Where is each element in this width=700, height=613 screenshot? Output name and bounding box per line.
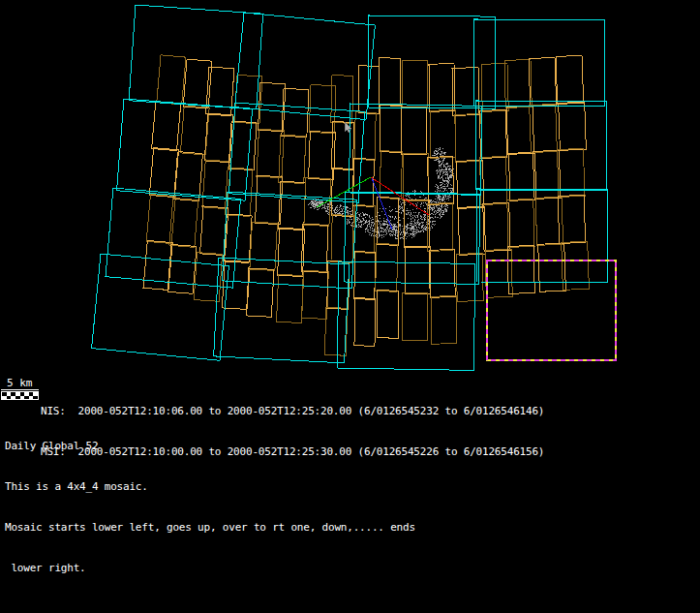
nis-footprint-column: [139, 55, 189, 291]
caption-order-line1: Mosaic starts lower left, goes up, over …: [5, 521, 415, 535]
nis-footprint: [376, 244, 397, 291]
nis-footprint: [224, 214, 252, 262]
nis-footprint: [479, 110, 506, 159]
nis-footprint: [354, 252, 376, 299]
nis-footprint: [455, 114, 482, 162]
nis-footprint-column: [166, 59, 213, 294]
nis-footprint-column: [273, 88, 312, 322]
mosaic-end-frame: [487, 261, 616, 360]
scale-bar-underline: [1, 389, 39, 390]
nis-footprint: [507, 199, 534, 248]
nis-footprint: [430, 250, 455, 297]
nis-footprint: [302, 270, 329, 319]
nis-footprint: [246, 268, 274, 317]
nis-footprint: [529, 58, 557, 107]
nis-footprint: [405, 246, 430, 293]
nis-footprint: [429, 64, 454, 111]
caption-mosaic-type: This is a 4x4_4 mosaic.: [5, 480, 415, 494]
nis-footprint: [255, 175, 283, 224]
nis-footprint: [556, 55, 584, 104]
footprint-plot: [0, 0, 700, 378]
nis-footprint: [309, 132, 336, 180]
scale-bar-label: 5 km: [7, 377, 33, 389]
nis-footprint: [380, 58, 401, 106]
nis-footprint: [377, 291, 398, 338]
nis-footprint: [380, 151, 402, 199]
mosaic-caption: Daily Global 52 This is a 4x4_4 mosaic. …: [5, 413, 415, 602]
nis-footprint: [301, 224, 328, 272]
msi-frame-outline: [92, 254, 229, 360]
scale-bar-checker: [1, 391, 39, 400]
nis-footprint: [459, 207, 486, 255]
nis-footprint-column: [553, 55, 591, 290]
nis-footprint: [354, 298, 376, 346]
nis-footprint: [431, 296, 456, 344]
nis-footprint: [331, 215, 353, 263]
nis-footprint: [324, 308, 347, 356]
nis-footprint-column: [246, 82, 288, 317]
nis-footprint: [206, 67, 234, 116]
nis-footprint: [402, 60, 427, 107]
nis-footprint: [483, 203, 510, 252]
nis-footprint: [559, 102, 587, 150]
nis-footprint: [401, 107, 426, 154]
nis-footprint: [250, 222, 278, 270]
nis-footprint: [276, 274, 303, 322]
msi-frame-outline: [349, 104, 482, 195]
caption-title: Daily Global 52: [5, 440, 415, 453]
nis-footprint: [278, 228, 305, 276]
nis-footprint: [222, 261, 250, 309]
nis-footprint: [509, 153, 536, 201]
msi-frame-outline: [476, 101, 607, 190]
nis-footprint: [152, 102, 181, 151]
nis-footprint: [204, 113, 232, 163]
msi-frame-outline: [474, 19, 605, 106]
nis-footprint-column: [193, 67, 238, 302]
nis-footprint: [228, 121, 257, 169]
nis-footprint: [533, 150, 561, 199]
nis-footprint: [279, 181, 306, 230]
nis-footprint: [157, 55, 186, 105]
nis-footprint: [258, 82, 286, 131]
nis-footprint: [430, 110, 455, 158]
caption-order-line2: lower right.: [5, 562, 415, 575]
msi-frame-outline: [368, 15, 496, 108]
nis-footprints: [139, 55, 591, 355]
mosaic-planner-screen: 5 km NIS: 2000-052T12:10:06.00 to 2000-0…: [0, 0, 700, 613]
nis-footprint: [380, 105, 401, 152]
nis-footprint: [402, 292, 427, 340]
